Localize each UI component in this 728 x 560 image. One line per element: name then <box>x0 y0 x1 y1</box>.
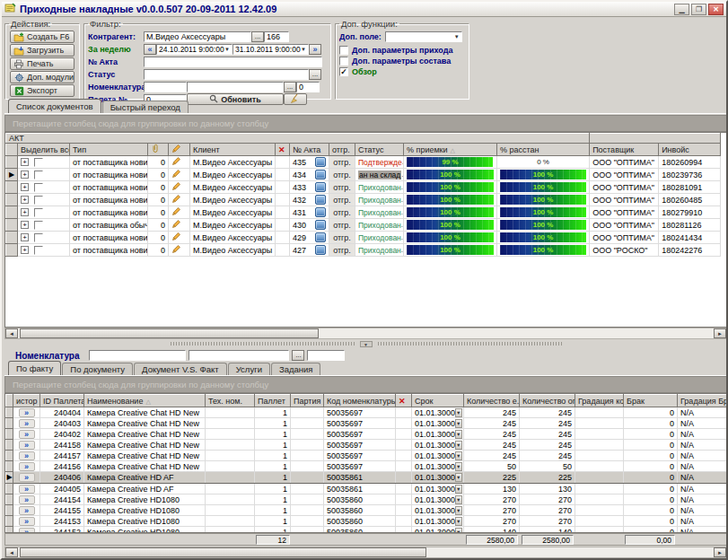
date-from-picker[interactable]: 24.10.2011 9:00:00 <box>156 44 232 55</box>
history-button[interactable] <box>19 462 35 471</box>
row-checkbox[interactable] <box>34 221 43 230</box>
term-dropdown-button[interactable] <box>455 451 461 460</box>
pencil-icon[interactable] <box>169 232 190 244</box>
fact-col-defect[interactable]: Брак <box>624 395 678 407</box>
history-button[interactable] <box>19 441 35 450</box>
pencil-icon[interactable] <box>169 181 190 194</box>
date-to-picker[interactable]: 31.10.2011 9:00:00 <box>232 44 309 55</box>
status-input[interactable] <box>144 69 309 80</box>
pencil-icon[interactable] <box>169 219 190 232</box>
history-button[interactable] <box>19 485 35 494</box>
fact-col-pallet[interactable]: Паллет <box>255 395 291 407</box>
maximize-button[interactable] <box>691 4 706 15</box>
scroll-right-icon[interactable] <box>714 547 726 557</box>
fact-col-history[interactable]: истор <box>13 395 40 407</box>
term-dropdown-button[interactable] <box>455 408 461 417</box>
acts-col-indicator[interactable] <box>6 144 18 156</box>
expand-icon[interactable] <box>21 221 29 229</box>
tab-список-документов[interactable]: Список документов <box>8 99 101 113</box>
scroll-right-icon[interactable] <box>714 328 726 338</box>
acts-col-type[interactable]: Тип <box>70 144 148 156</box>
fact-col-defect-grade[interactable]: Градация Брака <box>678 395 727 407</box>
nomenclature-bar-lookup-button[interactable] <box>292 350 304 361</box>
row-checkbox[interactable] <box>34 183 43 192</box>
checkbox-1[interactable] <box>339 46 348 55</box>
tab-услуги[interactable]: Услуги <box>228 363 270 375</box>
contragent-input[interactable] <box>144 31 251 42</box>
tab-по-факту[interactable]: По факту <box>8 361 61 375</box>
fact-col-delete[interactable] <box>396 395 412 407</box>
minimize-button[interactable] <box>674 4 689 15</box>
tab-документ-v-s-факт[interactable]: Документ V.S. Факт <box>134 363 227 375</box>
tab-быстрый-переход[interactable]: Быстрый переход <box>102 101 189 113</box>
nomenclature-bar-input-2[interactable] <box>189 350 289 361</box>
row-checkbox[interactable] <box>34 208 43 217</box>
week-back-button[interactable] <box>144 44 156 55</box>
load-button[interactable]: Загрузить <box>10 44 75 57</box>
group-by-bar-bottom[interactable]: Перетащите столбец сюда для группировки … <box>4 376 727 393</box>
pencil-icon[interactable] <box>169 194 190 206</box>
term-dropdown-button[interactable] <box>455 441 461 450</box>
print-button[interactable]: Печать <box>10 57 75 70</box>
scrollbar-thumb[interactable] <box>20 547 426 557</box>
acts-col-act-no[interactable]: № Акта <box>290 144 329 156</box>
expand-icon[interactable] <box>21 171 29 179</box>
term-dropdown-button[interactable] <box>455 495 461 504</box>
export-button[interactable]: Экспорт <box>10 84 75 97</box>
history-button[interactable] <box>19 408 35 417</box>
history-button[interactable] <box>19 495 35 504</box>
fact-col-qty-eu[interactable]: Количество е.у <box>464 395 520 407</box>
splitter-collapse-button[interactable] <box>360 341 373 347</box>
row-checkbox[interactable] <box>34 246 43 255</box>
acts-col-client[interactable]: Клиент <box>190 144 276 156</box>
pencil-icon[interactable] <box>169 244 190 257</box>
act-detail-icon[interactable] <box>315 157 326 167</box>
fact-col-tech-no[interactable]: Тех. ном. <box>206 395 255 407</box>
expand-icon[interactable] <box>21 208 29 216</box>
acts-col-invoice[interactable]: Инвойс <box>659 144 721 156</box>
modules-button[interactable]: Доп. модули <box>10 71 75 83</box>
fact-col-batch[interactable]: Партия <box>291 395 324 407</box>
act-detail-icon[interactable] <box>315 182 326 192</box>
term-dropdown-button[interactable] <box>455 485 461 494</box>
fact-col-pallet-id[interactable]: ID Паллета <box>40 395 84 407</box>
contragent-lookup-button[interactable] <box>251 31 264 42</box>
acts-hscrollbar[interactable] <box>4 328 727 339</box>
act-no-input[interactable] <box>144 57 322 67</box>
status-lookup-button[interactable] <box>309 69 321 80</box>
act-detail-icon[interactable] <box>315 195 326 205</box>
nomenclature-code-field[interactable] <box>296 82 320 92</box>
checkbox-3[interactable] <box>339 67 348 76</box>
expand-icon[interactable] <box>21 183 29 191</box>
history-button[interactable] <box>19 451 35 460</box>
group-by-bar[interactable]: Перетащите столбец сюда для группировки … <box>4 115 727 132</box>
nomenclature-input-1[interactable] <box>144 82 187 92</box>
tab-по-документу[interactable]: По документу <box>62 363 133 375</box>
fact-col-cond-grade[interactable]: Градация кондиции <box>575 395 624 407</box>
acts-col-shipped[interactable]: отгр. <box>329 144 355 156</box>
term-dropdown-button[interactable] <box>455 506 461 515</box>
row-checkbox[interactable] <box>34 233 43 242</box>
acts-col-edit[interactable] <box>169 144 190 156</box>
week-forward-button[interactable] <box>309 44 321 55</box>
acts-col-status[interactable]: Статус <box>355 144 404 156</box>
acts-col-supplier[interactable]: Поставщик <box>590 144 659 156</box>
acts-col-attachments[interactable] <box>148 144 169 156</box>
fact-col-nomen-code[interactable]: Код номенклатуры <box>324 395 396 407</box>
history-button[interactable] <box>19 473 35 482</box>
act-detail-icon[interactable] <box>315 220 326 230</box>
scrollbar-thumb[interactable] <box>20 328 319 338</box>
chevron-down-icon[interactable] <box>452 32 461 41</box>
term-dropdown-button[interactable] <box>455 462 461 471</box>
close-button[interactable] <box>708 4 724 15</box>
term-dropdown-button[interactable] <box>455 419 461 428</box>
row-checkbox[interactable] <box>34 196 43 205</box>
act-detail-icon[interactable] <box>315 207 326 217</box>
nomenclature-input-2[interactable] <box>187 82 284 92</box>
acts-col-placement-pct[interactable]: % расстан <box>497 144 590 156</box>
pencil-icon[interactable] <box>169 169 190 181</box>
fact-col-term[interactable]: Срок <box>412 395 464 407</box>
act-detail-icon[interactable] <box>315 245 326 255</box>
fact-col-name[interactable]: Наименование <box>84 395 206 407</box>
expand-icon[interactable] <box>21 246 29 254</box>
